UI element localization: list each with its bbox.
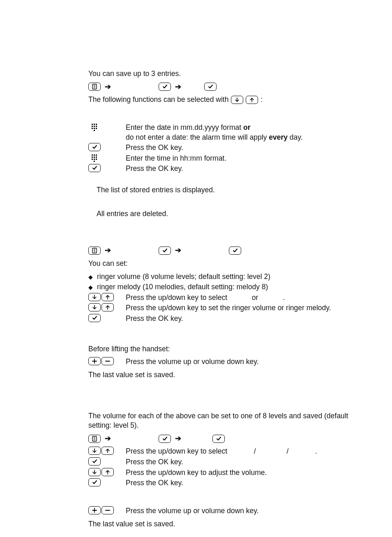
ok-key-icon	[88, 314, 101, 322]
text: The following functions can be selected …	[88, 95, 228, 105]
text: /	[286, 447, 288, 455]
text: .	[315, 447, 317, 455]
ok-key-icon	[212, 435, 225, 443]
up-key-icon	[101, 293, 114, 301]
text: Press the up/down key to select	[126, 447, 229, 455]
down-key-icon	[88, 303, 101, 311]
text: Press the up/down key to select	[126, 293, 229, 302]
nav-sequence: ➔ ➔	[88, 82, 351, 92]
step-text: Press the OK key.	[126, 143, 351, 153]
text-saved: The last value set is saved.	[88, 519, 351, 529]
arrow-right-icon: ➔	[173, 82, 183, 92]
text-volume-intro: The volume for each of the above can be …	[88, 411, 351, 431]
text: Enter the date in mm.dd.yyyy format	[126, 123, 243, 131]
step-text: Press the up/down key to set the ringer …	[126, 303, 351, 313]
step-enter-date: Enter the date in mm.dd.yyyy format or d…	[88, 123, 351, 142]
arrow-right-icon: ➔	[103, 434, 113, 444]
arrow-right-icon: ➔	[103, 82, 113, 92]
up-key-icon	[101, 303, 114, 311]
text-saved: The last value set is saved.	[88, 370, 351, 380]
ok-key-icon	[88, 164, 101, 172]
text-before: Before lifting the handset:	[88, 344, 351, 354]
step-ok: Press the OK key.	[88, 457, 351, 467]
down-key-icon	[231, 96, 243, 104]
keypad-icon	[88, 154, 101, 163]
menu-key-icon	[88, 83, 101, 91]
text-stored: The list of stored entries is displayed.	[97, 185, 351, 195]
ok-key-icon	[159, 83, 171, 91]
text-deleted: All entries are deleted.	[97, 209, 351, 219]
step-adjust: Press the up/down key to adjust the volu…	[88, 468, 351, 478]
up-key-icon	[246, 96, 258, 104]
diamond-bullet-icon: ◆	[88, 283, 93, 291]
step-enter-time: Enter the time in hh:mm format.	[88, 154, 351, 164]
text: :	[261, 95, 263, 105]
step-text: Press the up/down key to adjust the volu…	[126, 468, 351, 478]
diamond-bullet-icon: ◆	[88, 273, 93, 281]
text: day.	[288, 133, 303, 141]
step-ok: Press the OK key.	[88, 164, 351, 174]
step-ok: Press the OK key.	[88, 478, 351, 488]
minus-key-icon	[101, 506, 114, 514]
up-key-icon	[101, 468, 114, 476]
ok-key-icon	[229, 247, 241, 255]
step-text: Press the up/down key to select or .	[126, 293, 351, 303]
down-key-icon	[88, 447, 101, 455]
step-text: Press the OK key.	[126, 314, 351, 324]
text-functions: The following functions can be selected …	[88, 95, 351, 105]
down-key-icon	[88, 468, 101, 476]
menu-key-icon	[88, 435, 101, 443]
ok-key-icon	[159, 247, 171, 255]
bullet-item: ◆ ringer volume (8 volume levels; defaul…	[88, 272, 351, 282]
plus-key-icon	[88, 506, 101, 514]
step-select: Press the up/down key to select / / .	[88, 447, 351, 456]
step-text: Press the OK key.	[126, 478, 351, 488]
step-volume: Press the volume up or volume down key.	[88, 357, 351, 367]
up-key-icon	[101, 447, 114, 455]
ok-key-icon	[204, 83, 217, 91]
bullet-text: ringer melody (10 melodies, default sett…	[97, 282, 268, 292]
step-text: Press the up/down key to select / / .	[126, 447, 351, 456]
menu-key-icon	[88, 247, 101, 255]
text: or	[252, 293, 258, 302]
text-you-can-set: You can set:	[88, 259, 351, 269]
step-set: Press the up/down key to set the ringer …	[88, 303, 351, 313]
minus-key-icon	[101, 357, 114, 365]
ok-key-icon	[88, 143, 101, 151]
text: .	[283, 293, 285, 302]
text: do not enter a date: the alarm time will…	[126, 133, 269, 141]
plus-key-icon	[88, 357, 101, 365]
step-text: Press the OK key.	[126, 164, 351, 174]
arrow-right-icon: ➔	[173, 246, 183, 256]
document-page: You can save up to 3 entries. ➔ ➔ The fo…	[0, 0, 392, 537]
keypad-icon	[88, 123, 101, 132]
text: /	[254, 447, 256, 455]
down-key-icon	[88, 293, 101, 301]
ok-key-icon	[88, 457, 101, 466]
step-text: Enter the time in hh:mm format.	[126, 154, 351, 164]
nav-sequence: ➔ ➔	[88, 434, 351, 444]
step-select: Press the up/down key to select or .	[88, 293, 351, 303]
bullet-item: ◆ ringer melody (10 melodies, default se…	[88, 282, 351, 292]
ok-key-icon	[159, 435, 171, 443]
ok-key-icon	[88, 478, 101, 486]
step-text: Press the volume up or volume down key.	[126, 357, 351, 367]
text-bold: every	[269, 133, 288, 141]
step-text: Enter the date in mm.dd.yyyy format or d…	[126, 123, 351, 142]
step-volume: Press the volume up or volume down key.	[88, 506, 351, 516]
arrow-right-icon: ➔	[103, 246, 113, 256]
step-ok: Press the OK key.	[88, 143, 351, 153]
text-intro: You can save up to 3 entries.	[88, 69, 351, 79]
text-bold: or	[243, 123, 251, 131]
step-text: Press the OK key.	[126, 457, 351, 467]
step-text: Press the volume up or volume down key.	[126, 506, 351, 516]
nav-sequence: ➔ ➔	[88, 246, 351, 256]
arrow-right-icon: ➔	[173, 434, 183, 444]
step-ok: Press the OK key.	[88, 314, 351, 324]
bullet-text: ringer volume (8 volume levels; default …	[97, 272, 270, 282]
